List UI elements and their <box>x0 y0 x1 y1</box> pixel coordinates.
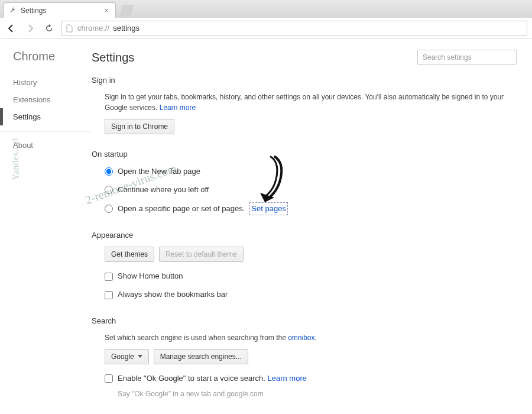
signin-button[interactable]: Sign in to Chrome <box>105 119 174 134</box>
set-pages-link[interactable]: Set pages <box>249 202 288 216</box>
signin-learn-more-link[interactable]: Learn more <box>160 104 196 112</box>
show-home-checkbox[interactable] <box>105 273 113 281</box>
sidebar-title: Chrome <box>13 50 92 63</box>
new-tab-button[interactable] <box>119 5 134 18</box>
search-text: Set which search engine is used when sea… <box>105 332 517 343</box>
document-icon <box>66 24 74 33</box>
page-title: Settings <box>92 51 134 64</box>
address-bar[interactable]: chrome://settings <box>61 21 527 36</box>
wrench-icon <box>9 7 17 15</box>
url-prefix: chrome:// <box>77 24 109 33</box>
get-themes-button[interactable]: Get themes <box>105 247 154 262</box>
reload-button[interactable] <box>43 22 56 35</box>
radio-specific[interactable] <box>105 205 113 213</box>
tab-title: Settings <box>21 7 46 15</box>
back-button[interactable] <box>5 22 18 35</box>
startup-option-continue[interactable]: Continue where you left off <box>105 184 517 196</box>
show-bookmarks-checkbox[interactable] <box>105 291 113 299</box>
sidebar-item-about[interactable]: About <box>13 137 92 154</box>
show-bookmarks-checkbox-row[interactable]: Always show the bookmarks bar <box>105 289 517 301</box>
radio-continue[interactable] <box>105 186 113 194</box>
reset-theme-button[interactable]: Reset to default theme <box>159 247 244 262</box>
section-search-title: Search <box>92 316 517 325</box>
close-icon[interactable]: × <box>102 7 111 15</box>
sidebar-item-settings[interactable]: Settings <box>13 108 92 125</box>
sidebar-item-extensions[interactable]: Extensions <box>13 91 92 108</box>
search-engine-dropdown[interactable]: Google <box>105 349 149 364</box>
url-path: settings <box>113 24 140 33</box>
manage-search-engines-button[interactable]: Manage search engines... <box>154 349 248 364</box>
startup-option-newtab[interactable]: Open the New Tab page <box>105 166 517 178</box>
divider <box>0 131 92 132</box>
ok-google-subtext: Say "Ok Google" in a new tab and google.… <box>105 389 517 400</box>
sidebar-item-history[interactable]: History <box>13 74 92 91</box>
section-signin-title: Sign in <box>92 76 517 85</box>
browser-tab[interactable]: Settings × <box>4 2 116 18</box>
forward-button[interactable] <box>24 22 37 35</box>
ok-google-learn-link[interactable]: Learn more <box>267 374 306 383</box>
chevron-down-icon <box>138 355 142 358</box>
search-input[interactable] <box>417 50 517 65</box>
section-startup-title: On startup <box>92 150 517 159</box>
ok-google-checkbox[interactable] <box>105 374 113 383</box>
startup-option-specific[interactable]: Open a specific page or set of pages. Se… <box>105 202 517 216</box>
signin-text: Sign in to get your tabs, bookmarks, his… <box>105 92 517 113</box>
section-appearance-title: Appearance <box>92 231 517 240</box>
radio-newtab[interactable] <box>105 167 113 176</box>
omnibox-link[interactable]: omnibox <box>288 334 314 342</box>
show-home-checkbox-row[interactable]: Show Home button <box>105 270 517 283</box>
ok-google-checkbox-row[interactable]: Enable "Ok Google" to start a voice sear… <box>105 373 517 385</box>
